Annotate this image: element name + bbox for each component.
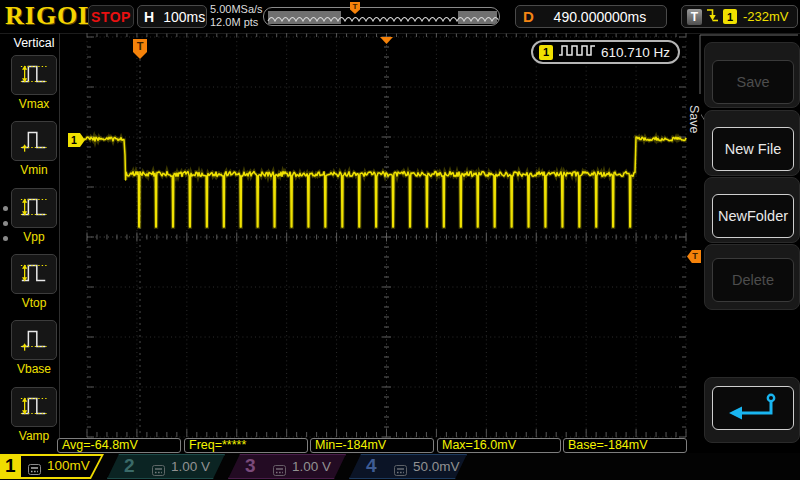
measurement-base: Base=-184mV bbox=[563, 438, 687, 453]
run-state-label: STOP bbox=[91, 9, 131, 25]
run-state-indicator: STOP bbox=[88, 5, 134, 28]
vbase-icon bbox=[17, 323, 51, 357]
svg-text:T: T bbox=[137, 40, 144, 52]
sidebar-item-vpp[interactable] bbox=[11, 188, 57, 228]
dc-coupling-icon bbox=[394, 462, 407, 480]
waveform-preview-bar[interactable] bbox=[263, 7, 500, 26]
menu-tab-save: Save bbox=[687, 94, 701, 144]
delete-button[interactable]: Delete bbox=[712, 258, 794, 302]
horizontal-label: H bbox=[144, 9, 154, 25]
rigol-logo: RIGOL bbox=[5, 1, 97, 31]
page-dot bbox=[3, 206, 8, 211]
channel-1-status[interactable]: 1 100mV bbox=[0, 454, 104, 479]
timebase-value: 100ms bbox=[163, 9, 205, 25]
sidebar-item-vmax[interactable] bbox=[11, 55, 57, 95]
measurement-max: Max=16.0mV bbox=[437, 438, 561, 453]
trigger-panel: T 1 -232mV bbox=[681, 5, 798, 28]
sidebar-item-vbase[interactable] bbox=[11, 320, 57, 360]
new-folder-button[interactable]: NewFolder bbox=[712, 194, 794, 238]
save-button[interactable]: Save bbox=[712, 60, 794, 104]
vmin-icon bbox=[17, 124, 51, 158]
falling-edge-icon bbox=[706, 7, 719, 27]
top-status-bar: RIGOL STOP H 100ms 5.00MSa/s 12.0M pts T… bbox=[0, 0, 800, 34]
oscilloscope-screen: RIGOL STOP H 100ms 5.00MSa/s 12.0M pts T… bbox=[0, 0, 800, 480]
dc-coupling-icon bbox=[152, 462, 165, 480]
sidebar-item-vamp[interactable] bbox=[11, 387, 57, 427]
channel-2-scale: 1.00 V bbox=[171, 459, 210, 474]
sample-rate: 5.00MSa/s bbox=[210, 3, 263, 16]
delay-label: D bbox=[523, 8, 534, 25]
measurement-freq: Freq=***** bbox=[184, 438, 308, 453]
vamp-icon bbox=[17, 390, 51, 424]
channel-2-number: 2 bbox=[124, 455, 135, 477]
channel-3-status[interactable]: 3 1.00 V bbox=[228, 454, 346, 479]
vtop-icon bbox=[17, 257, 51, 291]
dc-coupling-icon bbox=[273, 462, 286, 480]
delay-panel: D 490.000000ms bbox=[515, 5, 667, 28]
vpp-label: Vpp bbox=[3, 230, 65, 244]
return-arrow-icon bbox=[725, 392, 781, 425]
horizontal-timebase-panel: H 100ms bbox=[137, 5, 207, 28]
vbase-label: Vbase bbox=[3, 362, 65, 376]
vpp-icon bbox=[17, 191, 51, 225]
frequency-value: 610.710 Hz bbox=[601, 45, 670, 60]
square-wave-icon bbox=[558, 43, 596, 62]
acquisition-info: 5.00MSa/s 12.0M pts bbox=[210, 3, 263, 29]
sidebar-item-vtop[interactable] bbox=[11, 254, 57, 294]
preview-waveform bbox=[264, 8, 500, 26]
channel-3-scale: 1.00 V bbox=[292, 459, 331, 474]
vmax-label: Vmax bbox=[3, 97, 65, 111]
svg-text:1: 1 bbox=[71, 134, 77, 146]
channel-2-status[interactable]: 2 1.00 V bbox=[107, 454, 225, 479]
channel-1-scale: 100mV bbox=[47, 458, 90, 473]
channel-1-number: 1 bbox=[5, 455, 16, 477]
vtop-label: Vtop bbox=[3, 296, 65, 310]
measurement-min: Min=-184mV bbox=[310, 438, 434, 453]
waveform-display: T1 bbox=[59, 33, 690, 453]
vmax-icon bbox=[17, 58, 51, 92]
trigger-level-value: -232mV bbox=[743, 9, 789, 24]
channel-3-number: 3 bbox=[245, 455, 256, 477]
sidebar-title: Vertical bbox=[6, 36, 62, 50]
vmin-label: Vmin bbox=[3, 163, 65, 177]
memory-depth: 12.0M pts bbox=[210, 16, 263, 29]
channel-4-scale: 50.0mV bbox=[413, 459, 460, 474]
channel-4-number: 4 bbox=[366, 455, 377, 477]
vamp-label: Vamp bbox=[3, 429, 65, 443]
freq-channel-badge: 1 bbox=[539, 45, 553, 60]
trigger-source-badge: 1 bbox=[723, 9, 737, 24]
measurement-avg: Avg=-64.8mV bbox=[57, 438, 181, 453]
page-dot bbox=[3, 221, 8, 226]
delay-value: 490.000000ms bbox=[534, 9, 666, 25]
new-file-button[interactable]: New File bbox=[712, 127, 794, 171]
sidebar-item-vmin[interactable] bbox=[11, 121, 57, 161]
dc-coupling-icon bbox=[28, 461, 41, 479]
page-dot bbox=[3, 236, 8, 241]
channel-4-status[interactable]: 4 50.0mV bbox=[349, 454, 467, 479]
back-button[interactable] bbox=[712, 386, 794, 430]
channel-status-bar: 1 100mV 2 1.00 V 3 1.00 V 4 50.0mV bbox=[0, 453, 800, 480]
frequency-counter: 1 610.710 Hz bbox=[531, 40, 680, 64]
trigger-label: T bbox=[687, 9, 702, 25]
